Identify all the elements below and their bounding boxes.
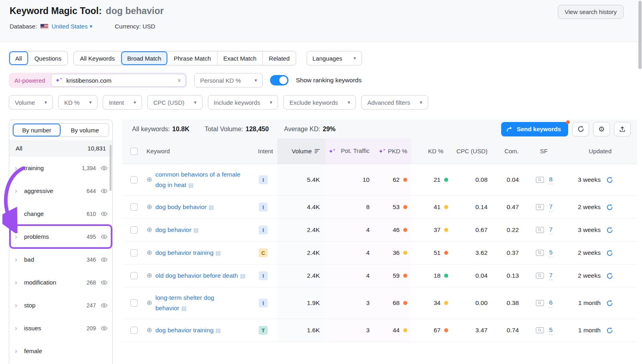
row-checkbox[interactable]	[130, 203, 138, 211]
by-number-button[interactable]: By number	[13, 124, 61, 136]
header-kd[interactable]: KD %	[411, 138, 452, 164]
keyword-link[interactable]: long-term shelter dog behavior▤	[155, 293, 247, 313]
refresh-metrics-icon[interactable]	[606, 327, 613, 334]
exclude-keywords-filter[interactable]: Exclude keywords▾	[283, 95, 356, 110]
header-updated[interactable]: Updated	[560, 138, 631, 164]
select-all-checkbox[interactable]	[130, 148, 138, 155]
eye-icon[interactable]	[101, 166, 108, 171]
refresh-metrics-icon[interactable]	[606, 300, 613, 307]
sidebar-item-training[interactable]: › training 1,394	[9, 157, 112, 179]
keyword-link[interactable]: dog body behavior▤	[155, 202, 214, 212]
serp-preview-icon[interactable]: ▤	[240, 272, 245, 279]
refresh-metrics-icon[interactable]	[606, 204, 613, 211]
tab-phrase-match[interactable]: Phrase Match	[168, 51, 217, 65]
add-keyword-icon[interactable]: ⊕	[146, 298, 152, 308]
cpc-filter[interactable]: CPC (USD)▾	[147, 95, 203, 110]
eye-icon[interactable]	[101, 326, 108, 331]
eye-icon[interactable]	[101, 234, 108, 239]
personal-kd-dropdown[interactable]: Personal KD % ▾	[194, 73, 263, 87]
tab-exact-match[interactable]: Exact Match	[217, 51, 263, 65]
add-keyword-icon[interactable]: ⊕	[146, 248, 152, 258]
sidebar-item-stop[interactable]: › stop 247	[9, 294, 112, 317]
eye-icon[interactable]	[101, 280, 108, 285]
header-cpc[interactable]: CPC (USD)	[452, 138, 492, 164]
database-selector[interactable]: United States ▾	[51, 23, 92, 30]
clear-input-icon[interactable]: ×	[177, 77, 181, 84]
sidebar-item-issues[interactable]: › issues 209	[9, 317, 112, 340]
serp-preview-icon[interactable]: ▤	[181, 305, 187, 311]
eye-icon[interactable]	[101, 211, 108, 216]
add-keyword-icon[interactable]: ⊕	[146, 175, 152, 185]
sidebar-item-aggressive[interactable]: › aggressive 644	[9, 179, 112, 202]
refresh-metrics-icon[interactable]	[606, 272, 613, 279]
advanced-filters[interactable]: Advanced filters▾	[361, 95, 428, 110]
chevron-right-icon[interactable]: ›	[15, 279, 21, 287]
chevron-right-icon[interactable]: ›	[15, 301, 21, 309]
keyword-link[interactable]: dog behavior▤	[155, 225, 199, 235]
serp-features-icon[interactable]	[536, 272, 544, 279]
row-checkbox[interactable]	[130, 299, 138, 307]
serp-features-icon[interactable]	[536, 177, 544, 183]
row-checkbox[interactable]	[130, 249, 138, 256]
header-volume[interactable]: Volume	[277, 138, 325, 164]
add-keyword-icon[interactable]: ⊕	[146, 225, 152, 235]
languages-dropdown[interactable]: Languages ▾	[307, 51, 362, 65]
sf-count-link[interactable]: 8	[549, 175, 553, 184]
header-com[interactable]: Com.	[492, 138, 524, 164]
eye-icon[interactable]	[101, 303, 108, 308]
serp-features-icon[interactable]	[536, 250, 544, 256]
chevron-right-icon[interactable]: ›	[15, 324, 21, 332]
volume-filter[interactable]: Volume▾	[9, 95, 53, 110]
sf-count-link[interactable]: 7	[549, 271, 553, 280]
kd-filter[interactable]: KD %▾	[58, 95, 98, 110]
table-settings-button[interactable]: ⚙	[593, 122, 610, 136]
keyword-link[interactable]: dog behavior training▤	[155, 248, 221, 258]
serp-features-icon[interactable]	[536, 300, 544, 306]
add-keyword-icon[interactable]: ⊕	[146, 325, 152, 335]
serp-preview-icon[interactable]: ▤	[209, 204, 214, 210]
page-scrollbar[interactable]	[638, 1, 642, 69]
chevron-right-icon[interactable]: ›	[15, 347, 21, 355]
row-checkbox[interactable]	[130, 226, 138, 234]
sf-count-link[interactable]: 5	[549, 248, 553, 257]
refresh-metrics-icon[interactable]	[606, 250, 613, 256]
sf-count-link[interactable]: 7	[549, 203, 553, 211]
serp-preview-icon[interactable]: ▤	[215, 250, 221, 256]
by-volume-button[interactable]: By volume	[61, 124, 109, 136]
header-intent[interactable]: Intent	[255, 138, 277, 164]
row-checkbox[interactable]	[130, 327, 138, 334]
chevron-right-icon[interactable]: ›	[15, 233, 21, 241]
tab-questions[interactable]: Questions	[28, 51, 68, 65]
sf-count-link[interactable]: 7	[549, 226, 553, 234]
serp-preview-icon[interactable]: ▤	[193, 227, 199, 233]
chevron-right-icon[interactable]: ›	[15, 187, 21, 195]
sf-count-link[interactable]: 6	[549, 299, 553, 307]
refresh-results-button[interactable]	[572, 122, 589, 136]
sidebar-item-bad[interactable]: › bad 346	[9, 248, 112, 271]
tab-related[interactable]: Related	[263, 51, 296, 65]
add-keyword-icon[interactable]: ⊕	[146, 271, 152, 281]
domain-input[interactable]: ✦✦ kristibenson.com ×	[51, 74, 186, 87]
eye-icon[interactable]	[101, 189, 108, 193]
row-checkbox[interactable]	[130, 176, 138, 183]
header-sf[interactable]: SF	[524, 138, 560, 164]
refresh-metrics-icon[interactable]	[606, 177, 613, 183]
serp-preview-icon[interactable]: ▤	[188, 182, 193, 188]
sidebar-scrollbar[interactable]	[110, 145, 112, 191]
header-keyword[interactable]: Keyword	[146, 138, 255, 164]
include-keywords-filter[interactable]: Include keywords▾	[208, 95, 278, 110]
header-pot-traffic[interactable]: Pot. Traffic	[339, 138, 374, 164]
tab-broad-match[interactable]: Broad Match	[121, 51, 168, 65]
sidebar-item-female[interactable]: › female	[9, 340, 112, 362]
show-ranking-keywords-toggle[interactable]	[270, 75, 288, 85]
sidebar-item-change[interactable]: › change 610	[9, 202, 112, 225]
sidebar-item-modification[interactable]: › modification 268	[9, 271, 112, 294]
eye-icon[interactable]	[101, 257, 108, 262]
row-checkbox[interactable]	[130, 272, 138, 279]
chevron-right-icon[interactable]: ›	[15, 164, 21, 172]
tab-all-keywords[interactable]: All Keywords	[74, 51, 121, 65]
header-pkd[interactable]: ✦✦ PKD %	[374, 138, 411, 164]
serp-features-icon[interactable]	[536, 227, 544, 233]
add-keyword-icon[interactable]: ⊕	[146, 202, 152, 212]
chevron-right-icon[interactable]: ›	[15, 210, 21, 218]
